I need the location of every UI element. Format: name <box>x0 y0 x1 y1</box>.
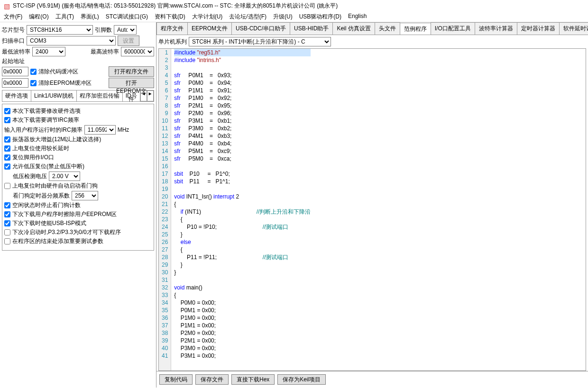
tab[interactable]: 程序文件 <box>156 22 188 35</box>
tab[interactable]: 定时器计算器 <box>517 22 560 35</box>
menu-item[interactable]: 编程(O) <box>29 13 48 21</box>
lvd-select[interactable]: 2.00 V <box>49 171 80 181</box>
mhz-label: MHz <box>118 126 129 133</box>
series-select[interactable]: STC8H 系列 - INT1中断(上升沿和下降沿) - C <box>189 37 331 46</box>
hw-lvr-checkbox[interactable]: 允许低压复位(禁止低压中断) <box>4 162 152 171</box>
bottom-button[interactable]: 保存为Keil项目 <box>277 374 326 385</box>
hw-cold-checkbox[interactable]: 下次冷启动时,P3.2/P3.3为0/0才可下载程序 <box>4 228 152 236</box>
hw-wdt-checkbox[interactable]: 上电复位时由硬件自动启动看门狗 <box>4 182 152 190</box>
menu-item[interactable]: USB驱动程序(D) <box>299 13 341 21</box>
minbaud-label: 最低波特率 <box>2 48 30 56</box>
hw-delay-checkbox[interactable]: 上电复位使用较长延时 <box>4 144 152 153</box>
code-lines: #include "reg51.h"#include "intrins.h" s… <box>171 49 313 370</box>
scroll-right-icon[interactable]: ► <box>147 90 154 101</box>
menu-item[interactable]: 资料下载(D) <box>155 13 185 21</box>
tab[interactable]: USB-HID助手 <box>290 22 333 35</box>
chip-label: 芯片型号 <box>2 26 25 34</box>
title-bar: ▧ STC-ISP (V6.91M) (服务电话/销售电话: 0513-5501… <box>0 0 588 12</box>
maxbaud-label: 最高波特率 <box>91 48 119 56</box>
chip-select[interactable]: STC8H1K16 <box>27 25 93 35</box>
menu-item[interactable]: 升级(U) <box>273 13 293 21</box>
hardware-options: 本次下载需要修改硬件选项 本次下载需要调节IRC频率 输入用户程序运行时的IRC… <box>2 104 154 251</box>
tab[interactable]: 头文件 <box>375 22 400 35</box>
menu-bar: 文件(F)编程(O)工具(T)界面(L)STC调试接口(G)资料下载(D)大学计… <box>0 12 588 22</box>
tab[interactable]: Keil 仿真设置 <box>332 22 375 35</box>
tab[interactable]: I/O口配置工具 <box>431 22 475 35</box>
tab[interactable]: USB-CDC/串口助手 <box>231 22 290 35</box>
left-subtabs: 硬件选项Link1/U8W脱机程序加密后传输ID号◄► <box>2 90 154 102</box>
right-panel: 程序文件EEPROM文件USB-CDC/串口助手USB-HID助手Keil 仿真… <box>156 22 588 388</box>
hw-resetio-checkbox[interactable]: 复位脚用作I/O口 <box>4 153 152 162</box>
menu-item[interactable]: 大学计划(U) <box>192 13 223 21</box>
subtab[interactable]: 程序加密后传输 <box>77 90 123 101</box>
menu-item[interactable]: 文件(F) <box>4 13 22 21</box>
app-title: STC-ISP (V6.91M) (服务电话/销售电话: 0513-550129… <box>13 2 338 10</box>
menu-item[interactable]: STC调试接口(G) <box>106 13 148 21</box>
bottom-button[interactable]: 复制代码 <box>159 374 193 385</box>
hw-testparam-checkbox[interactable]: 在程序区的结束处添加重要测试参数 <box>4 237 152 245</box>
maxbaud-select[interactable]: 6000000 <box>121 47 154 56</box>
subtab[interactable]: 硬件选项 <box>2 90 31 101</box>
irc-select[interactable]: 11.0592 <box>84 125 116 135</box>
wd-select[interactable]: 256 <box>72 191 98 200</box>
left-panel: 芯片型号 STC8H1K16 引脚数 Auto 扫描串口 COM3 设置 最低波… <box>0 22 156 388</box>
code-viewer[interactable]: 1234567891011121314151617181920212223242… <box>158 48 586 371</box>
clear-eeprom-checkbox[interactable]: 清除EEPROM缓冲区 <box>30 79 92 87</box>
addr1-input[interactable] <box>2 67 28 76</box>
clear-code-checkbox[interactable]: 清除代码缓冲区 <box>30 68 78 76</box>
menu-item[interactable]: 去论坛/选型(F) <box>229 13 266 21</box>
hw-usbisp-checkbox[interactable]: 下次下载时使能USB-ISP模式 <box>4 219 152 227</box>
menu-item[interactable]: 工具(T) <box>55 13 74 21</box>
tab[interactable]: EEPROM文件 <box>187 22 232 35</box>
hw-modify-checkbox[interactable]: 本次下载需要修改硬件选项 <box>4 107 152 115</box>
series-label: 单片机系列 <box>158 38 187 46</box>
pin-select[interactable]: Auto <box>114 25 137 35</box>
wd-label: 看门狗定时器分频系数 <box>13 192 70 200</box>
minbaud-select[interactable]: 2400 <box>32 47 65 56</box>
startaddr-label: 起始地址 <box>2 57 25 65</box>
hw-gain-checkbox[interactable]: 振荡器放大增益(12M以上建议选择) <box>4 135 152 144</box>
port-select[interactable]: COM3 <box>27 36 116 45</box>
open-program-button[interactable]: 打开程序文件 <box>109 66 154 77</box>
app-icon: ▧ <box>4 2 10 10</box>
pin-label: 引脚数 <box>95 26 112 34</box>
hw-erase-checkbox[interactable]: 下次下载用户程序时擦除用户EEPROM区 <box>4 210 152 218</box>
subtab[interactable]: Link1/U8W脱机 <box>31 90 77 101</box>
bottom-button[interactable]: 直接下载Hex <box>231 374 275 385</box>
bottom-button[interactable]: 保存文件 <box>195 374 229 385</box>
addr2-input[interactable] <box>2 78 28 88</box>
irc-label: 输入用户程序运行时的IRC频率 <box>4 126 83 134</box>
hw-irc-checkbox[interactable]: 本次下载需要调节IRC频率 <box>4 116 152 124</box>
lvd-label: 低压检测电压 <box>13 172 47 180</box>
tab[interactable]: 波特率计算器 <box>475 22 517 35</box>
subtab[interactable]: ID号 <box>123 90 140 101</box>
settings-button[interactable]: 设置 <box>118 36 139 46</box>
line-gutter: 1234567891011121314151617181920212223242… <box>159 49 171 370</box>
scroll-left-icon[interactable]: ◄ <box>140 90 147 101</box>
port-label: 扫描串口 <box>2 37 25 45</box>
tab[interactable]: 范例程序 <box>400 23 431 35</box>
hw-idle-checkbox[interactable]: 空闲状态时停止看门狗计数 <box>4 201 152 209</box>
right-tabs: 程序文件EEPROM文件USB-CDC/串口助手USB-HID助手Keil 仿真… <box>156 22 588 35</box>
menu-item[interactable]: English <box>348 13 367 21</box>
bottom-bar: 复制代码保存文件直接下载Hex保存为Keil项目 <box>156 371 588 388</box>
tab[interactable]: 软件延时计算器 <box>559 22 588 35</box>
open-eeprom-button[interactable]: 打开EEPROM文件 <box>109 78 154 88</box>
menu-item[interactable]: 界面(L) <box>81 13 99 21</box>
